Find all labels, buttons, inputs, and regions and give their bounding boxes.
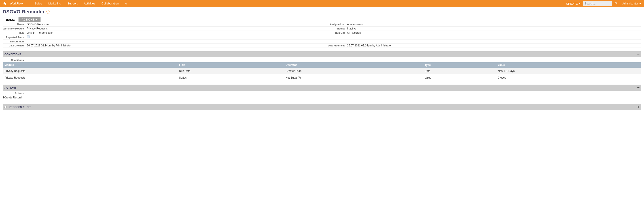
radio-icon	[4, 106, 7, 108]
label-description: Description:	[3, 40, 25, 43]
nav-item-support[interactable]: Support	[64, 0, 81, 7]
value-date-created: 26.07.2021 02:14pm by Administrator	[27, 44, 321, 47]
label-date-created: Date Created:	[3, 44, 25, 47]
cell-field: Status	[177, 74, 284, 81]
caret-down-icon	[639, 2, 641, 5]
label-status: Status:	[323, 27, 345, 30]
cell-module: Privacy Requests	[3, 68, 177, 74]
actions-list: 1Create Record	[3, 96, 641, 100]
label-repeated-runs: Repeated Runs:	[3, 36, 25, 39]
section-conditions-title: CONDITIONS	[4, 53, 21, 56]
value-run-on: All Records	[347, 31, 641, 34]
cell-operator: Greater Than	[284, 68, 423, 74]
value-assigned-to: Administrator	[347, 23, 641, 26]
cell-field: Due Date	[177, 68, 284, 74]
nav-right: CREATE Administrator	[566, 1, 641, 6]
tabs: BASIC ACTIONS	[3, 17, 641, 22]
nav-menu: Sales Marketing Support Activities Colla…	[32, 0, 132, 7]
section-process-audit-title: PROCESS AUDIT	[9, 106, 31, 109]
label-name: Name:	[3, 23, 25, 26]
nav-item-collaboration[interactable]: Collaboration	[98, 0, 122, 7]
col-value: Value	[496, 62, 641, 68]
value-name: DSGVO Reminder	[27, 23, 321, 26]
section-actions[interactable]: ACTIONS −	[3, 85, 641, 91]
nav-item-marketing[interactable]: Marketing	[45, 0, 64, 7]
expand-icon[interactable]: +	[637, 105, 640, 109]
conditions-table: Module Field Operator Type Value Privacy…	[3, 62, 641, 81]
create-label: CREATE	[566, 2, 578, 5]
col-field: Field	[177, 62, 284, 68]
section-actions-title: ACTIONS	[4, 86, 16, 89]
cell-operator: Not Equal To	[284, 74, 423, 81]
section-process-audit[interactable]: PROCESS AUDIT +	[3, 104, 641, 110]
collapse-icon[interactable]: −	[637, 85, 640, 90]
user-label: Administrator	[622, 2, 638, 5]
table-row[interactable]: Privacy Requests Status Not Equal To Val…	[3, 74, 641, 81]
actions-sublabel: Actions:	[3, 92, 25, 95]
search-icon[interactable]	[614, 2, 618, 5]
create-button[interactable]: CREATE	[566, 2, 581, 5]
search-input[interactable]	[583, 1, 612, 6]
action-label: Create Record	[4, 96, 22, 99]
tab-actions-label: ACTIONS	[22, 18, 34, 21]
cell-value: Now + 7 Days	[496, 68, 641, 74]
label-assigned-to: Assigned to:	[323, 23, 345, 26]
collapse-icon[interactable]: −	[637, 52, 640, 57]
module-label[interactable]: WorkFlow	[10, 0, 23, 7]
section-conditions[interactable]: CONDITIONS −	[3, 51, 641, 57]
value-date-modified: 26.07.2021 02:14pm by Administrator	[347, 44, 641, 47]
tab-actions[interactable]: ACTIONS	[18, 17, 41, 22]
nav-item-all[interactable]: All	[122, 0, 131, 7]
caret-down-icon	[578, 2, 581, 5]
user-menu[interactable]: Administrator	[622, 2, 641, 5]
value-run: Only In The Scheduler	[27, 31, 321, 34]
cell-type: Value	[423, 74, 496, 81]
page-title-row: DSGVO Reminder	[0, 7, 644, 16]
tab-basic[interactable]: BASIC	[3, 17, 18, 22]
top-nav: WorkFlow Sales Marketing Support Activit…	[0, 0, 644, 7]
value-workflow-module: Privacy Requests	[27, 27, 321, 30]
caret-down-icon	[35, 19, 37, 21]
cell-module: Privacy Requests	[3, 74, 177, 81]
nav-item-activities[interactable]: Activities	[81, 0, 98, 7]
list-item[interactable]: 1Create Record	[3, 96, 641, 100]
repeated-runs-checkbox[interactable]	[27, 35, 30, 38]
nav-item-sales[interactable]: Sales	[32, 0, 46, 7]
details-panel: Name: DSGVO Reminder Assigned to: Admini…	[3, 22, 641, 48]
conditions-sublabel: Conditions:	[3, 59, 25, 61]
label-workflow-module: WorkFlow Module:	[3, 27, 25, 30]
favorite-star-icon[interactable]	[46, 9, 50, 14]
col-module: Module	[3, 62, 177, 68]
value-repeated-runs	[27, 35, 321, 39]
label-date-modified: Date Modified:	[323, 44, 345, 47]
col-type: Type	[423, 62, 496, 68]
svg-line-1	[616, 4, 618, 5]
page-title: DSGVO Reminder	[3, 9, 44, 15]
tab-basic-label: BASIC	[6, 18, 15, 21]
table-row[interactable]: Privacy Requests Due Date Greater Than D…	[3, 68, 641, 74]
value-status: Inactive	[347, 27, 641, 30]
home-icon[interactable]	[3, 1, 7, 5]
cell-type: Date	[423, 68, 496, 74]
col-operator: Operator	[284, 62, 423, 68]
svg-point-0	[615, 2, 617, 4]
action-order: 1	[3, 96, 4, 99]
cell-value: Closed	[496, 74, 641, 81]
label-run-on: Run On:	[323, 31, 345, 34]
label-run: Run:	[3, 31, 25, 34]
